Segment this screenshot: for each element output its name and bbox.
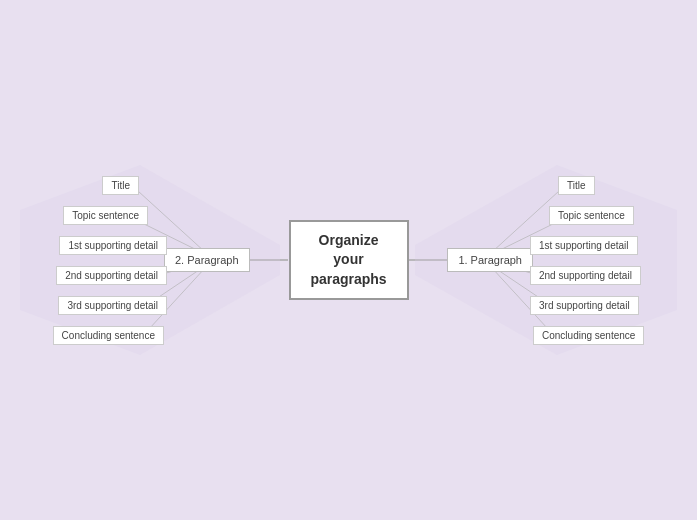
right-leaf-2nd: 2nd supporting detail — [530, 266, 641, 285]
left-leaf-3rd: 3rd supporting detail — [58, 296, 167, 315]
diagram-container: Organizeyourparagraphs 2. Paragraph 1. P… — [0, 0, 697, 520]
right-leaf-3rd: 3rd supporting detail — [530, 296, 639, 315]
center-label: Organizeyourparagraphs — [310, 231, 386, 290]
right-leaf-1st: 1st supporting detail — [530, 236, 638, 255]
right-paragraph-hub[interactable]: 1. Paragraph — [447, 248, 533, 272]
left-paragraph-hub[interactable]: 2. Paragraph — [164, 248, 250, 272]
right-leaf-concluding: Concluding sentence — [533, 326, 644, 345]
left-leaf-topic: Topic sentence — [63, 206, 148, 225]
left-leaf-1st: 1st supporting detail — [59, 236, 167, 255]
right-hub-label: 1. Paragraph — [458, 254, 522, 266]
left-hub-label: 2. Paragraph — [175, 254, 239, 266]
left-leaf-2nd: 2nd supporting detail — [56, 266, 167, 285]
right-leaf-topic: Topic sentence — [549, 206, 634, 225]
left-leaf-title: Title — [102, 176, 139, 195]
left-leaf-concluding: Concluding sentence — [53, 326, 164, 345]
right-leaf-title: Title — [558, 176, 595, 195]
center-box: Organizeyourparagraphs — [289, 220, 409, 300]
